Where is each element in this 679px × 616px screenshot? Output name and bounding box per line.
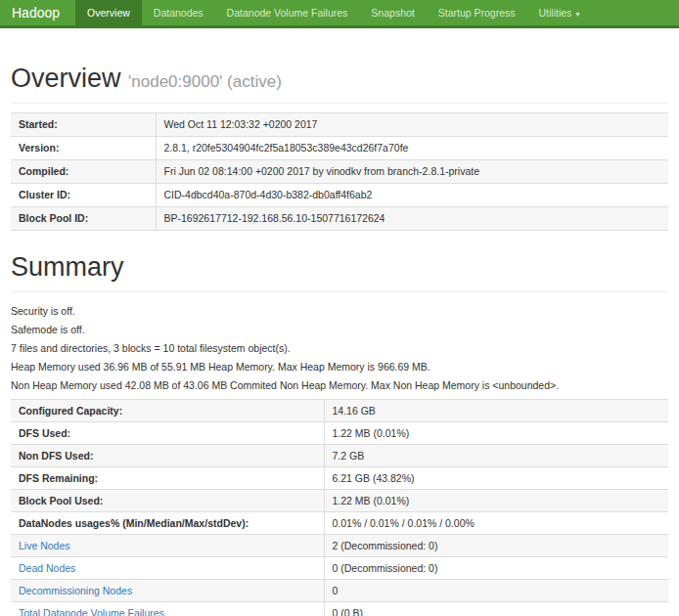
summary-note: Safemode is off. — [11, 325, 668, 335]
table-row: DFS Remaining:6.21 GB (43.82%) — [11, 467, 668, 490]
divider — [11, 291, 668, 292]
table-row: Dead Nodes0 (Decommissioned: 0) — [11, 557, 668, 580]
row-label: Configured Capacity: — [11, 400, 324, 422]
table-row: Live Nodes2 (Decommissioned: 0) — [11, 535, 668, 557]
table-row: Compiled:Fri Jun 02 08:14:00 +0200 2017 … — [11, 160, 668, 184]
tab-label: Datanodes — [154, 7, 204, 19]
navbar-items: OverviewDatanodesDatanode Volume Failure… — [75, 0, 591, 25]
summary-note: Heap Memory used 36.96 MB of 55.91 MB He… — [11, 362, 668, 373]
table-row: Decommissioning Nodes0 — [11, 580, 668, 602]
row-value: 1.22 MB (0.01%) — [324, 490, 668, 512]
tab-utilities[interactable]: Utilities▾ — [527, 0, 592, 25]
row-label: Version: — [11, 137, 156, 160]
row-label: Block Pool ID: — [11, 207, 156, 231]
row-value: 0 (Decommissioned: 0) — [324, 557, 668, 580]
row-label: Started: — [11, 113, 156, 137]
tab-datanode-volume-failures[interactable]: Datanode Volume Failures — [215, 0, 360, 25]
row-value: Fri Jun 02 08:14:00 +0200 2017 by vinodk… — [156, 160, 668, 184]
tab-label: Datanode Volume Failures — [227, 7, 348, 19]
tab-label: Overview — [87, 7, 130, 19]
row-value: 2 (Decommissioned: 0) — [324, 535, 668, 557]
row-value: 0 (0 B) — [324, 602, 668, 616]
row-label: Compiled: — [11, 160, 156, 184]
overview-heading: Overview 'node0:9000' (active) — [11, 64, 668, 94]
row-label: DataNodes usages% (Min/Median/Max/stdDev… — [11, 512, 324, 535]
overview-table: Started:Wed Oct 11 12:03:32 +0200 2017Ve… — [11, 112, 668, 231]
row-value: 14.16 GB — [324, 400, 668, 422]
row-label: Cluster ID: — [11, 184, 156, 207]
row-label: Total Datanode Volume Failures — [11, 602, 324, 616]
row-value: 7.2 GB — [324, 445, 668, 467]
summary-note: Security is off. — [11, 306, 668, 317]
tab-label: Startup Progress — [438, 7, 516, 19]
row-value: CID-4dbcd40a-870d-4d30-b382-db0aff4f6ab2 — [156, 184, 668, 207]
row-label: DFS Remaining: — [11, 467, 324, 490]
table-row: Started:Wed Oct 11 12:03:32 +0200 2017 — [11, 113, 668, 137]
row-label: Decommissioning Nodes — [11, 580, 324, 602]
table-row: DataNodes usages% (Min/Median/Max/stdDev… — [11, 512, 668, 535]
main-content: Overview 'node0:9000' (active) Started:W… — [0, 64, 679, 616]
divider — [11, 103, 668, 104]
navbar: Hadoop OverviewDatanodesDatanode Volume … — [0, 0, 679, 28]
summary-note: Non Heap Memory used 42.08 MB of 43.06 M… — [11, 380, 668, 391]
row-value: 6.21 GB (43.82%) — [324, 467, 668, 490]
table-row: Total Datanode Volume Failures0 (0 B) — [11, 602, 668, 616]
table-row: Block Pool Used:1.22 MB (0.01%) — [11, 490, 668, 512]
row-value: 1.22 MB (0.01%) — [324, 422, 668, 445]
row-label: Block Pool Used: — [11, 490, 324, 512]
row-value: 0.01% / 0.01% / 0.01% / 0.00% — [324, 512, 668, 535]
decommissioning-nodes-link[interactable]: Decommissioning Nodes — [19, 585, 132, 596]
table-row: Block Pool ID:BP-1692617712-192.168.56.1… — [11, 207, 668, 231]
summary-heading: Summary — [11, 252, 668, 283]
row-label: Non DFS Used: — [11, 445, 324, 467]
table-row: Version:2.8.1, r20fe5304904fc2f5a18053c3… — [11, 137, 668, 160]
chevron-down-icon: ▾ — [575, 10, 579, 19]
row-value: Wed Oct 11 12:03:32 +0200 2017 — [156, 113, 668, 137]
table-row: DFS Used:1.22 MB (0.01%) — [11, 422, 668, 445]
total-datanode-volume-failures-link[interactable]: Total Datanode Volume Failures — [19, 607, 164, 616]
dead-nodes-link[interactable]: Dead Nodes — [19, 562, 75, 574]
row-value: 2.8.1, r20fe5304904fc2f5a18053c389e43cd2… — [156, 137, 668, 160]
tab-snapshot[interactable]: Snapshot — [359, 0, 426, 25]
tab-overview[interactable]: Overview — [75, 0, 142, 25]
namenode-address: 'node0:9000' (active) — [128, 72, 282, 91]
table-row: Configured Capacity:14.16 GB — [11, 400, 668, 422]
tab-datanodes[interactable]: Datanodes — [142, 0, 215, 25]
table-row: Non DFS Used:7.2 GB — [11, 445, 668, 467]
navbar-brand[interactable]: Hadoop — [0, 0, 75, 25]
tab-label: Utilities — [539, 7, 572, 19]
row-value: BP-1692617712-192.168.56.10-150771617262… — [156, 207, 668, 231]
summary-table: Configured Capacity:14.16 GBDFS Used:1.2… — [11, 399, 668, 616]
page-title: Overview — [11, 64, 121, 93]
row-value: 0 — [324, 580, 668, 602]
tab-startup-progress[interactable]: Startup Progress — [427, 0, 527, 25]
summary-notes: Security is off.Safemode is off.7 files … — [11, 306, 668, 391]
row-label: DFS Used: — [11, 422, 324, 445]
row-label: Dead Nodes — [11, 557, 324, 580]
row-label: Live Nodes — [11, 535, 324, 557]
live-nodes-link[interactable]: Live Nodes — [19, 540, 70, 551]
table-row: Cluster ID:CID-4dbcd40a-870d-4d30-b382-d… — [11, 184, 668, 207]
summary-note: 7 files and directories, 3 blocks = 10 t… — [11, 343, 668, 354]
tab-label: Snapshot — [371, 7, 414, 19]
